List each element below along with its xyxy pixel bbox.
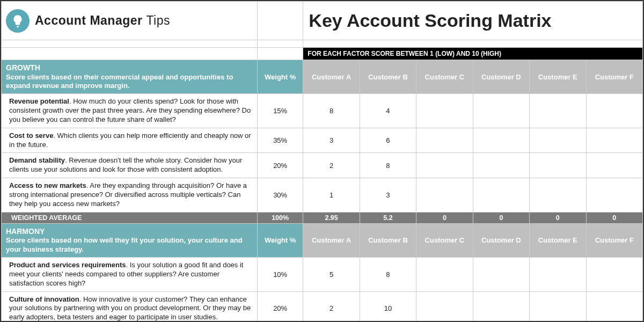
- customer-header: Customer A: [303, 60, 360, 94]
- score-cell[interactable]: [416, 291, 473, 322]
- factor-name: Revenue potential: [9, 97, 69, 105]
- empty-cell: [257, 48, 303, 60]
- factor-name: Demand stability: [9, 156, 65, 164]
- weight-cell[interactable]: 20%: [257, 153, 303, 178]
- weight-cell[interactable]: 15%: [257, 94, 303, 128]
- score-cell[interactable]: [416, 94, 473, 128]
- score-cell[interactable]: [473, 153, 529, 178]
- avg-score: 0: [530, 212, 586, 223]
- section-desc: Score clients based on their commercial …: [6, 73, 253, 91]
- customer-header: Customer E: [530, 223, 586, 257]
- avg-score: 0: [586, 212, 642, 223]
- score-cell[interactable]: 3: [303, 128, 360, 153]
- score-cell[interactable]: [416, 153, 473, 178]
- score-cell[interactable]: 8: [360, 153, 416, 178]
- avg-score: 2.95: [303, 212, 360, 223]
- factor-name: Cost to serve: [9, 131, 53, 140]
- score-cell[interactable]: 5: [303, 257, 360, 291]
- score-cell[interactable]: [416, 257, 473, 291]
- section-desc: Score clients based on how well they fit…: [6, 236, 253, 254]
- weight-cell[interactable]: 20%: [257, 291, 303, 322]
- customer-header: Customer E: [530, 60, 586, 94]
- factor-cell: Revenue potential. How much do your clie…: [2, 94, 258, 128]
- score-cell[interactable]: [473, 94, 529, 128]
- score-cell[interactable]: 3: [360, 178, 416, 213]
- factor-name: Product and services requirements: [9, 261, 126, 269]
- score-cell[interactable]: [530, 94, 586, 128]
- empty-cell: [2, 48, 258, 60]
- score-cell[interactable]: 8: [360, 257, 416, 291]
- weighted-average-row: WEIGHTED AVERAGE 100% 2.95 5.2 0 0 0 0: [2, 212, 643, 223]
- factor-cell: Product and services requirements. Is yo…: [2, 257, 258, 291]
- customer-header: Customer C: [416, 223, 473, 257]
- empty-cell: [257, 2, 303, 40]
- brand-name-bold: Account Manager: [35, 13, 142, 27]
- weight-header: Weight %: [257, 60, 303, 94]
- avg-weight: 100%: [257, 212, 303, 223]
- weight-cell[interactable]: 35%: [257, 128, 303, 153]
- score-cell[interactable]: [416, 128, 473, 153]
- section-name: HARMONY: [6, 227, 253, 237]
- table-row: Product and services requirements. Is yo…: [2, 257, 643, 291]
- brand-name-light: Tips: [146, 13, 170, 27]
- score-cell[interactable]: [416, 178, 473, 213]
- section-header-growth: GROWTH Score clients based on their comm…: [2, 60, 258, 94]
- customer-header: Customer F: [586, 223, 642, 257]
- score-cell[interactable]: [586, 94, 642, 128]
- table-row: Access to new markets. Are they expandin…: [2, 178, 643, 213]
- avg-score: 0: [416, 212, 473, 223]
- score-cell[interactable]: 1: [303, 178, 360, 213]
- factor-cell: Culture of innovation. How innovative is…: [2, 291, 258, 322]
- page-title: Key Account Scoring Matrix: [303, 2, 643, 40]
- customer-header: Customer A: [303, 223, 360, 257]
- table-row: Cost to serve. Which clients you can hel…: [2, 128, 643, 153]
- customer-header: Customer B: [360, 60, 416, 94]
- weight-cell[interactable]: 30%: [257, 178, 303, 213]
- score-cell[interactable]: [586, 178, 642, 213]
- weight-cell[interactable]: 10%: [257, 257, 303, 291]
- avg-score: 0: [473, 212, 529, 223]
- table-row: Demand stability. Revenue doesn't tell t…: [2, 153, 643, 178]
- factor-cell: Access to new markets. Are they expandin…: [2, 178, 258, 213]
- score-cell[interactable]: 10: [360, 291, 416, 322]
- score-cell[interactable]: [586, 128, 642, 153]
- instruction-bar: FOR EACH FACTOR SCORE BETWEEN 1 (LOW) AN…: [303, 48, 643, 60]
- score-cell[interactable]: [473, 178, 529, 213]
- scoring-matrix-table: Account Manager Tips Key Account Scoring…: [1, 1, 643, 322]
- score-cell[interactable]: [473, 128, 529, 153]
- score-cell[interactable]: [530, 178, 586, 213]
- score-cell[interactable]: 6: [360, 128, 416, 153]
- weight-header: Weight %: [257, 223, 303, 257]
- score-cell[interactable]: [473, 257, 529, 291]
- score-cell[interactable]: 2: [303, 291, 360, 322]
- score-cell[interactable]: [530, 128, 586, 153]
- score-cell[interactable]: [586, 257, 642, 291]
- factor-cell: Demand stability. Revenue doesn't tell t…: [2, 153, 258, 178]
- spreadsheet-frame: Account Manager Tips Key Account Scoring…: [0, 0, 644, 322]
- score-cell[interactable]: [530, 153, 586, 178]
- avg-score: 5.2: [360, 212, 416, 223]
- customer-header: Customer D: [473, 60, 529, 94]
- table-row: Revenue potential. How much do your clie…: [2, 94, 643, 128]
- brand-cell: Account Manager Tips: [2, 2, 258, 40]
- factor-cell: Cost to serve. Which clients you can hel…: [2, 128, 258, 153]
- score-cell[interactable]: [530, 291, 586, 322]
- customer-header: Customer C: [416, 60, 473, 94]
- score-cell[interactable]: [530, 257, 586, 291]
- score-cell[interactable]: 4: [360, 94, 416, 128]
- customer-header: Customer B: [360, 223, 416, 257]
- score-cell[interactable]: [586, 291, 642, 322]
- customer-header: Customer D: [473, 223, 529, 257]
- factor-name: Culture of innovation: [9, 295, 79, 303]
- lightbulb-icon: [6, 9, 30, 33]
- section-name: GROWTH: [6, 63, 253, 73]
- factor-name: Access to new markets: [9, 181, 86, 189]
- avg-label: WEIGHTED AVERAGE: [2, 212, 258, 223]
- customer-header: Customer F: [586, 60, 642, 94]
- score-cell[interactable]: 2: [303, 153, 360, 178]
- score-cell[interactable]: 8: [303, 94, 360, 128]
- section-header-harmony: HARMONY Score clients based on how well …: [2, 223, 258, 257]
- score-cell[interactable]: [473, 291, 529, 322]
- brand-name: Account Manager Tips: [35, 13, 170, 28]
- score-cell[interactable]: [586, 153, 642, 178]
